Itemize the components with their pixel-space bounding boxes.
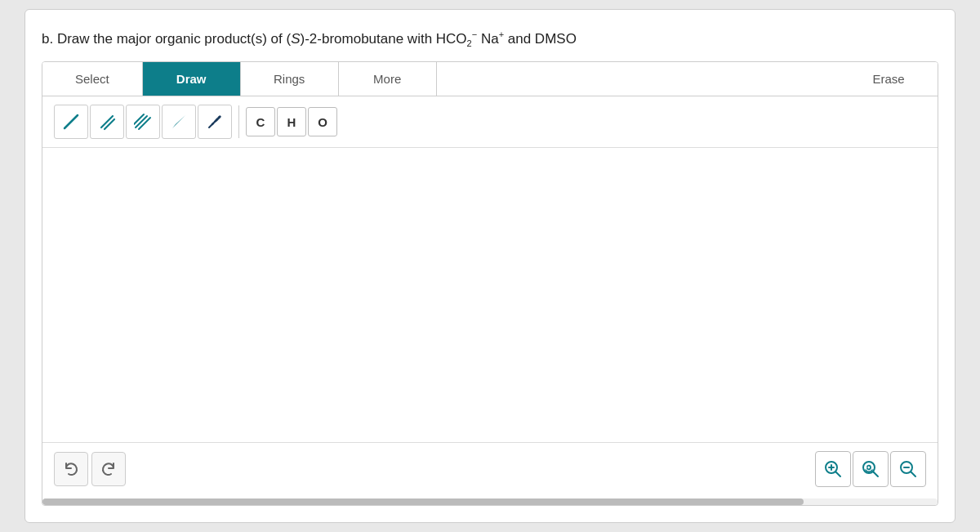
svg-line-2 [105,119,114,129]
zoom-controls [815,451,926,487]
chemistry-question-card: b. Draw the major organic product(s) of … [24,9,956,523]
tab-spacer [437,62,840,96]
chemistry-toolbar: Select Draw Rings More Erase [42,61,938,506]
horizontal-scrollbar[interactable] [42,498,938,505]
dash-bond-icon [206,113,224,131]
question-title: b. Draw the major organic product(s) of … [42,29,938,48]
undo-icon [63,461,79,477]
dash-bond-tool[interactable] [198,105,232,139]
svg-line-18 [911,472,916,477]
svg-marker-6 [172,115,185,128]
bond-double-tool[interactable] [90,105,124,139]
svg-line-0 [65,115,78,128]
zoom-in-icon [823,459,843,479]
tab-more[interactable]: More [339,62,437,96]
draw-tools-row: C H O [42,96,938,148]
tab-bar: Select Draw Rings More Erase [42,62,938,96]
tool-separator [238,105,239,138]
tab-draw[interactable]: Draw [143,62,241,96]
svg-line-13 [836,472,841,477]
bond-triple-tool[interactable] [126,105,160,139]
bond-double-icon [98,113,116,131]
zoom-out-button[interactable] [890,451,926,487]
tab-select[interactable]: Select [42,62,143,96]
element-o-tool[interactable]: O [308,107,337,136]
zoom-reset-icon [861,459,880,479]
redo-button[interactable] [91,452,126,486]
zoom-in-button[interactable] [815,451,851,487]
undo-redo-group [54,452,126,486]
tab-rings[interactable]: Rings [241,62,339,96]
bottom-bar [42,442,938,495]
bond-single-icon [62,113,80,131]
svg-line-5 [134,114,144,124]
element-h-tool[interactable]: H [277,107,306,136]
tab-erase[interactable]: Erase [840,62,938,96]
undo-button[interactable] [54,452,88,486]
wedge-bond-tool[interactable] [162,105,196,139]
zoom-out-icon [898,459,918,479]
svg-line-9 [216,116,220,120]
svg-line-15 [874,472,879,477]
bond-single-tool[interactable] [54,105,88,139]
zoom-reset-button[interactable] [853,451,889,487]
redo-icon [100,461,117,477]
draw-canvas[interactable] [42,148,938,442]
bond-triple-icon [134,113,152,131]
wedge-bond-icon [170,113,188,131]
scrollbar-thumb[interactable] [42,498,804,505]
element-c-tool[interactable]: C [246,107,275,136]
